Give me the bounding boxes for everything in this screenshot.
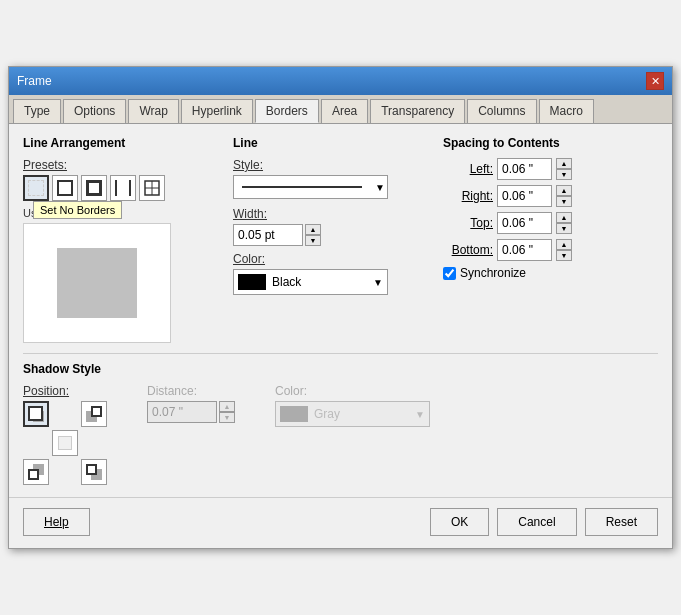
reset-button[interactable]: Reset — [585, 508, 658, 536]
tab-bar: Type Options Wrap Hyperlink Borders Area… — [9, 95, 672, 124]
shadow-pos-middle-center[interactable] — [52, 430, 78, 456]
width-input[interactable] — [233, 224, 303, 246]
dialog: Frame ✕ Type Options Wrap Hyperlink Bord… — [8, 66, 673, 549]
shadow-color-group: Color: Gray ▼ — [275, 384, 430, 427]
shadow-distance-up: ▲ — [219, 401, 235, 412]
presets-row: Set No Borders — [23, 175, 223, 201]
spacing-left-label: Left: — [443, 162, 493, 176]
help-button[interactable]: Help — [23, 508, 90, 536]
all-borders-icon — [144, 180, 160, 196]
cancel-button[interactable]: Cancel — [497, 508, 576, 536]
spacing-left-row: Left: ▲ ▼ — [443, 158, 658, 180]
border-preview[interactable] — [23, 223, 171, 343]
spacing-bottom-down[interactable]: ▼ — [556, 250, 572, 261]
tooltip-no-borders: Set No Borders — [33, 201, 122, 219]
spacing-right-row: Right: ▲ ▼ — [443, 185, 658, 207]
tab-macro[interactable]: Macro — [539, 99, 594, 123]
shadow-pos-bottom-left[interactable] — [23, 459, 49, 485]
spacing-left-input[interactable] — [497, 158, 552, 180]
preset-box[interactable] — [52, 175, 78, 201]
box-border-icon — [57, 180, 73, 196]
shadow-bottom-left-icon — [28, 464, 44, 480]
spacing-section: Spacing to Contents Left: ▲ ▼ Right: ▲ ▼ — [443, 136, 658, 343]
spacing-top-input[interactable] — [497, 212, 552, 234]
shadow-no-shadow-icon — [58, 436, 72, 450]
left-right-icon — [115, 180, 131, 196]
shadow-pos-top-left[interactable] — [23, 401, 49, 427]
spacing-right-spinner: ▲ ▼ — [556, 185, 572, 207]
shadow-pos-top-right[interactable] — [81, 401, 107, 427]
shadow-distance-down: ▼ — [219, 412, 235, 423]
tab-transparency[interactable]: Transparency — [370, 99, 465, 123]
width-label: Width: — [233, 207, 433, 221]
width-down-btn[interactable]: ▼ — [305, 235, 321, 246]
spacing-right-label: Right: — [443, 189, 493, 203]
shadow-distance-input — [147, 401, 217, 423]
spacing-bottom-up[interactable]: ▲ — [556, 239, 572, 250]
thick-box-icon — [86, 180, 102, 196]
tab-wrap[interactable]: Wrap — [128, 99, 178, 123]
spacing-left-down[interactable]: ▼ — [556, 169, 572, 180]
shadow-bottom-right-icon — [86, 464, 102, 480]
shadow-positions-grid — [23, 401, 107, 485]
color-label: Color: — [233, 252, 433, 266]
color-dropdown-arrow: ▼ — [373, 277, 383, 288]
spacing-left-spinner: ▲ ▼ — [556, 158, 572, 180]
spacing-right-input[interactable] — [497, 185, 552, 207]
shadow-distance-input-row: ▲ ▼ — [147, 401, 235, 423]
line-title: Line — [233, 136, 433, 150]
shadow-top-left-icon — [28, 406, 44, 422]
spacing-bottom-label: Bottom: — [443, 243, 493, 257]
top-section: Line Arrangement Presets: — [23, 136, 658, 343]
shadow-color-label: Color: — [275, 384, 430, 398]
close-button[interactable]: ✕ — [646, 72, 664, 90]
dialog-title: Frame — [17, 74, 52, 88]
spacing-bottom-input[interactable] — [497, 239, 552, 261]
footer-left: Help — [23, 508, 90, 536]
tab-type[interactable]: Type — [13, 99, 61, 123]
spacing-top-down[interactable]: ▼ — [556, 223, 572, 234]
footer-right: OK Cancel Reset — [430, 508, 658, 536]
tab-area[interactable]: Area — [321, 99, 368, 123]
shadow-color-select: Gray ▼ — [275, 401, 430, 427]
shadow-pos-bottom-right[interactable] — [81, 459, 107, 485]
border-preview-inner — [57, 248, 137, 318]
spacing-title: Spacing to Contents — [443, 136, 658, 150]
tab-options[interactable]: Options — [63, 99, 126, 123]
spacing-right-down[interactable]: ▼ — [556, 196, 572, 207]
preset-no-border[interactable] — [23, 175, 49, 201]
spacing-top-up[interactable]: ▲ — [556, 212, 572, 223]
shadow-section: Shadow Style Position: — [23, 353, 658, 485]
shadow-distance-label: Distance: — [147, 384, 235, 398]
width-up-btn[interactable]: ▲ — [305, 224, 321, 235]
line-arrangement-title: Line Arrangement — [23, 136, 223, 150]
title-bar: Frame ✕ — [9, 67, 672, 95]
shadow-title: Shadow Style — [23, 362, 658, 376]
shadow-row: Position: — [23, 384, 658, 485]
shadow-color-dropdown-arrow: ▼ — [415, 409, 425, 420]
spacing-right-up[interactable]: ▲ — [556, 185, 572, 196]
spacing-top-spinner: ▲ ▼ — [556, 212, 572, 234]
spacing-left-up[interactable]: ▲ — [556, 158, 572, 169]
presets-label: Presets: — [23, 158, 223, 172]
tab-columns[interactable]: Columns — [467, 99, 536, 123]
line-arrangement-section: Line Arrangement Presets: — [23, 136, 223, 343]
color-select[interactable]: Black ▼ — [233, 269, 388, 295]
spacing-top-row: Top: ▲ ▼ — [443, 212, 658, 234]
synchronize-checkbox[interactable] — [443, 267, 456, 280]
line-section: Line Style: ▼ Width: ▲ ▼ Color: — [233, 136, 433, 343]
shadow-distance-group: Distance: ▲ ▼ — [147, 384, 235, 429]
spacing-bottom-row: Bottom: ▲ ▼ — [443, 239, 658, 261]
width-spinner: ▲ ▼ — [305, 224, 321, 246]
style-select[interactable]: ▼ — [233, 175, 388, 199]
tab-hyperlink[interactable]: Hyperlink — [181, 99, 253, 123]
preset-thick-box[interactable] — [81, 175, 107, 201]
ok-button[interactable]: OK — [430, 508, 489, 536]
tab-borders[interactable]: Borders — [255, 99, 319, 123]
shadow-top-right-icon — [86, 406, 102, 422]
style-label: Style: — [233, 158, 433, 172]
style-dropdown-arrow: ▼ — [375, 182, 385, 193]
shadow-color-value: Gray — [314, 407, 340, 421]
preset-left-right[interactable] — [110, 175, 136, 201]
preset-all[interactable] — [139, 175, 165, 201]
